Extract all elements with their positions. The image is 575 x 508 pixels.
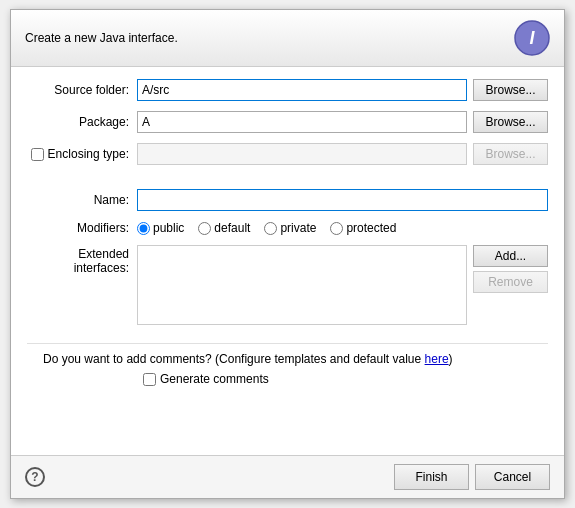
source-folder-label: Source folder:	[27, 83, 137, 97]
enclosing-type-label-wrap: Enclosing type:	[27, 147, 137, 161]
package-input[interactable]	[137, 111, 467, 133]
modifiers-options: public default private protected	[137, 221, 396, 235]
package-label: Package:	[27, 115, 137, 129]
extended-interfaces-label: Extended interfaces:	[27, 245, 137, 275]
modifier-protected-label: protected	[346, 221, 396, 235]
comments-link[interactable]: here	[425, 352, 449, 366]
java-interface-icon: I	[514, 20, 550, 56]
modifier-private-option[interactable]: private	[264, 221, 316, 235]
generate-comments-row: Generate comments	[143, 372, 548, 386]
modifier-private-label: private	[280, 221, 316, 235]
name-label: Name:	[27, 193, 137, 207]
enclosing-type-browse-button: Browse...	[473, 143, 548, 165]
comments-text: Do you want to add comments? (Configure …	[43, 352, 548, 366]
name-input[interactable]	[137, 189, 548, 211]
package-browse-button[interactable]: Browse...	[473, 111, 548, 133]
modifiers-label: Modifiers:	[27, 221, 137, 235]
footer-right: Finish Cancel	[394, 464, 550, 490]
modifier-public-option[interactable]: public	[137, 221, 184, 235]
modifier-default-label: default	[214, 221, 250, 235]
modifier-private-radio[interactable]	[264, 222, 277, 235]
enclosing-type-input	[137, 143, 467, 165]
enclosing-type-label: Enclosing type:	[48, 147, 129, 161]
generate-comments-checkbox[interactable]	[143, 373, 156, 386]
modifiers-row: Modifiers: public default private protec…	[27, 221, 548, 235]
source-folder-row: Source folder: Browse...	[27, 79, 548, 101]
name-row: Name:	[27, 189, 548, 211]
comments-section: Do you want to add comments? (Configure …	[27, 343, 548, 394]
modifier-default-option[interactable]: default	[198, 221, 250, 235]
extended-buttons: Add... Remove	[473, 245, 548, 293]
modifier-protected-radio[interactable]	[330, 222, 343, 235]
finish-button[interactable]: Finish	[394, 464, 469, 490]
footer-left: ?	[25, 467, 45, 487]
modifier-protected-option[interactable]: protected	[330, 221, 396, 235]
comments-description: Do you want to add comments? (Configure …	[43, 352, 421, 366]
modifier-default-radio[interactable]	[198, 222, 211, 235]
enclosing-type-row: Enclosing type: Browse...	[27, 143, 548, 165]
modifier-public-radio[interactable]	[137, 222, 150, 235]
extended-interfaces-row: Extended interfaces: Add... Remove	[27, 245, 548, 325]
generate-comments-label: Generate comments	[160, 372, 269, 386]
extended-interfaces-textarea[interactable]	[137, 245, 467, 325]
source-folder-input[interactable]	[137, 79, 467, 101]
dialog-description: Create a new Java interface.	[25, 31, 178, 45]
help-icon[interactable]: ?	[25, 467, 45, 487]
source-folder-browse-button[interactable]: Browse...	[473, 79, 548, 101]
remove-button: Remove	[473, 271, 548, 293]
add-button[interactable]: Add...	[473, 245, 548, 267]
modifier-public-label: public	[153, 221, 184, 235]
cancel-button[interactable]: Cancel	[475, 464, 550, 490]
dialog-header: Create a new Java interface. I	[11, 10, 564, 67]
comments-link-suffix: )	[449, 352, 453, 366]
dialog-body: Source folder: Browse... Package: Browse…	[11, 67, 564, 455]
enclosing-type-checkbox[interactable]	[31, 148, 44, 161]
package-row: Package: Browse...	[27, 111, 548, 133]
dialog-footer: ? Finish Cancel	[11, 455, 564, 498]
new-java-interface-dialog: Create a new Java interface. I Source fo…	[10, 9, 565, 499]
